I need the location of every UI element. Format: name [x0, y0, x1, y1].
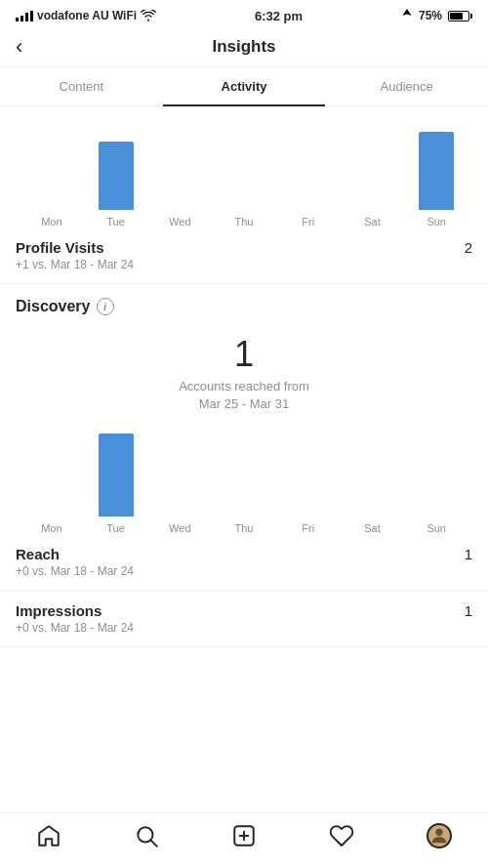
impressions-label: Impressions — [16, 602, 102, 619]
tab-content[interactable]: Content — [0, 67, 163, 105]
label-wed: Wed — [147, 216, 212, 227]
disc-label-sun: Sun — [404, 522, 468, 534]
main-content: Mon Tue Wed Thu Fri Sat Sun Profile Visi… — [0, 106, 488, 725]
disc-bar-col-tue — [84, 434, 148, 517]
reach-label: Reach — [16, 546, 60, 562]
label-sat: Sat — [341, 216, 405, 227]
nav-add[interactable] — [231, 823, 257, 848]
bar-col-sun — [404, 132, 468, 210]
battery-icon — [448, 11, 472, 21]
avatar-icon — [427, 823, 452, 848]
top-bar-chart — [16, 122, 472, 210]
reach-section: Reach 1 +0 vs. Mar 18 - Mar 24 — [0, 534, 488, 591]
profile-visits-value: 2 — [465, 239, 472, 256]
impressions-value: 1 — [465, 602, 472, 619]
nav-profile[interactable] — [427, 823, 452, 848]
tab-audience[interactable]: Audience — [325, 67, 488, 105]
nav-heart[interactable] — [329, 823, 354, 848]
label-mon: Mon — [20, 216, 84, 227]
info-icon[interactable]: i — [97, 298, 114, 315]
top-chart-section: Mon Tue Wed Thu Fri Sat Sun — [0, 106, 488, 227]
carrier-label: vodafone AU WiFi — [37, 9, 137, 22]
profile-visits-comparison: +1 vs. Mar 18 - Mar 24 — [16, 258, 472, 271]
label-fri: Fri — [276, 216, 341, 227]
discovery-label: Discovery — [16, 298, 91, 315]
status-right: 75% — [401, 9, 472, 22]
impressions-row: Impressions 1 — [16, 602, 472, 619]
wifi-icon — [141, 10, 156, 21]
accounts-number: 1 — [16, 335, 472, 374]
disc-label-fri: Fri — [276, 522, 341, 534]
profile-visits-row: Profile Visits 2 — [16, 239, 472, 256]
profile-visits-label: Profile Visits — [16, 239, 104, 256]
reach-row: Reach 1 — [16, 546, 472, 562]
back-button[interactable]: ‹ — [16, 34, 22, 60]
discovery-section: Discovery i 1 Accounts reached fromMar 2… — [0, 284, 488, 647]
status-bar: vodafone AU WiFi 6:32 pm 75% — [0, 0, 488, 27]
disc-label-tue: Tue — [84, 522, 148, 534]
bar-col-tue — [84, 142, 148, 210]
disc-label-sat: Sat — [341, 522, 405, 534]
nav-search[interactable] — [134, 823, 159, 848]
tab-activity[interactable]: Activity — [163, 67, 326, 105]
location-icon — [401, 9, 413, 22]
discovery-header: Discovery i — [16, 298, 472, 315]
status-time: 6:32 pm — [255, 9, 303, 23]
signal-icon — [16, 11, 33, 21]
svg-point-5 — [435, 829, 442, 836]
disc-label-wed: Wed — [147, 522, 212, 534]
discovery-chart-labels: Mon Tue Wed Thu Fri Sat Sun — [16, 517, 472, 534]
impressions-comparison: +0 vs. Mar 18 - Mar 24 — [16, 621, 472, 635]
label-tue: Tue — [84, 216, 148, 227]
top-chart-labels: Mon Tue Wed Thu Fri Sat Sun — [16, 210, 472, 227]
disc-bar-tue — [99, 434, 134, 517]
tab-bar: Content Activity Audience — [0, 67, 488, 106]
reach-comparison: +0 vs. Mar 18 - Mar 24 — [16, 564, 472, 578]
status-left: vodafone AU WiFi — [16, 9, 156, 22]
discovery-bar-chart — [16, 429, 472, 517]
bar-sun — [419, 132, 454, 210]
battery-label: 75% — [419, 9, 442, 22]
label-thu: Thu — [212, 216, 276, 227]
discovery-chart-section: Mon Tue Wed Thu Fri Sat Sun — [16, 429, 472, 534]
page-header: ‹ Insights — [0, 27, 488, 67]
profile-visits-section: Profile Visits 2 +1 vs. Mar 18 - Mar 24 — [0, 227, 488, 284]
label-sun: Sun — [404, 216, 468, 227]
accounts-label: Accounts reached fromMar 25 - Mar 31 — [16, 378, 472, 413]
bottom-nav — [0, 812, 488, 868]
disc-label-mon: Mon — [20, 522, 84, 534]
nav-home[interactable] — [36, 823, 61, 848]
disc-label-thu: Thu — [212, 522, 276, 534]
accounts-reached-block: 1 Accounts reached fromMar 25 - Mar 31 — [16, 327, 472, 429]
svg-line-1 — [151, 841, 157, 847]
page-title: Insights — [212, 37, 275, 57]
reach-value: 1 — [465, 546, 472, 562]
impressions-section: Impressions 1 +0 vs. Mar 18 - Mar 24 — [0, 591, 488, 647]
bar-tue — [99, 142, 134, 210]
